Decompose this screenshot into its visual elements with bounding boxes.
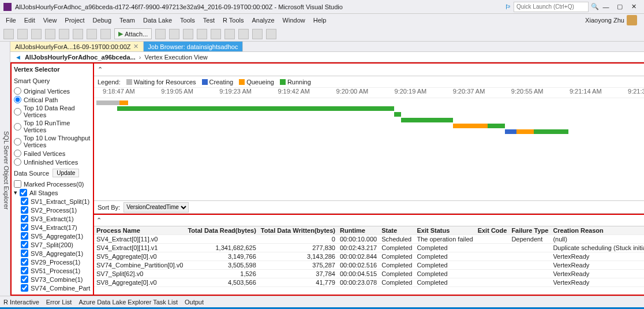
undo-button[interactable] (87, 29, 97, 39)
tool-e[interactable] (211, 29, 221, 39)
stage-checkbox[interactable] (21, 258, 28, 266)
menu-rtools[interactable]: R Tools (219, 16, 247, 25)
marked-processes[interactable]: Marked Processes(0) (14, 180, 91, 188)
stage-checkbox[interactable] (21, 250, 28, 257)
redo-button[interactable] (100, 29, 111, 39)
gantt-bar[interactable] (119, 100, 128, 105)
grid[interactable]: Process NameTotal Data Read(bytes)Total … (94, 226, 644, 295)
collapse-icon[interactable]: ⌃ (96, 217, 102, 224)
column-header[interactable]: Total Data Written(bytes) (259, 226, 338, 235)
query-radio[interactable]: Unfinished Vertices (14, 158, 91, 166)
stage-item[interactable]: SV2_Process(1) (21, 206, 91, 214)
table-row[interactable]: SV8_Aggregate[0].v04,503,56641,77900:00:… (94, 278, 644, 287)
menu-file[interactable]: File (2, 16, 20, 25)
gantt-bar[interactable] (488, 124, 505, 128)
collapse-icon[interactable]: ▾ (14, 189, 17, 196)
gantt-bar[interactable] (394, 112, 401, 117)
menu-view[interactable]: View (40, 16, 61, 25)
gantt-bar[interactable] (401, 118, 453, 122)
table-row[interactable]: SV74_Combine_Partition[0].v03,505,598375… (94, 261, 644, 270)
gantt-bar[interactable] (117, 106, 394, 111)
menu-test[interactable]: Test (200, 16, 218, 25)
tool-h[interactable] (252, 29, 263, 39)
tool-f[interactable] (224, 29, 235, 39)
gantt-bar[interactable] (534, 129, 568, 134)
radio-input[interactable] (14, 87, 21, 95)
close-icon[interactable]: ✕ (133, 43, 138, 50)
table-row[interactable]: SV4_Extract[0][11].v0000:00:10.000Schedu… (94, 235, 644, 244)
menu-help[interactable]: Help (310, 16, 330, 25)
query-radio[interactable]: Original Vertices (14, 87, 91, 95)
tool-i[interactable] (266, 29, 276, 39)
gantt-bar[interactable] (505, 129, 516, 134)
menu-datalake[interactable]: Data Lake (140, 16, 175, 25)
stage-item[interactable]: SV29_Process(1) (21, 258, 91, 266)
column-header[interactable]: Failure Type (509, 226, 551, 235)
stage-checkbox[interactable] (21, 224, 28, 231)
bt-adl-tasklist[interactable]: Azure Data Lake Explorer Task List (78, 299, 178, 306)
minimize-button[interactable]: — (599, 3, 613, 10)
tool-d[interactable] (197, 29, 207, 39)
all-stages[interactable]: ▾ All Stages (14, 188, 91, 197)
stage-checkbox[interactable] (21, 198, 28, 205)
radio-input[interactable] (14, 158, 21, 166)
query-radio[interactable]: Top 10 Data Read Vertices (14, 104, 91, 119)
nav-back-button[interactable] (3, 29, 14, 39)
close-button[interactable]: ✕ (627, 3, 641, 10)
query-radio[interactable]: Critical Path (14, 95, 91, 104)
menu-edit[interactable]: Edit (21, 16, 39, 25)
sortby-select[interactable]: VersionCreatedTime (123, 202, 189, 213)
radio-input[interactable] (14, 138, 21, 146)
menu-analyze[interactable]: Analyze (248, 16, 278, 25)
column-header[interactable]: Process Name (94, 226, 185, 235)
menu-debug[interactable]: Debug (89, 16, 115, 25)
menu-project[interactable]: Project (61, 16, 88, 25)
open-button[interactable] (45, 29, 55, 39)
stage-checkbox[interactable] (21, 215, 28, 222)
radio-input[interactable] (14, 108, 21, 116)
tool-g[interactable] (238, 29, 249, 39)
nav-fwd-button[interactable] (17, 29, 28, 39)
search-icon[interactable]: 🔍 (591, 3, 599, 10)
stage-checkbox[interactable] (21, 267, 28, 274)
table-row[interactable]: SV4_Extract[0][11].v11,341,682,625277,83… (94, 244, 644, 252)
bt-errorlist[interactable]: Error List (46, 299, 72, 306)
notification-icon[interactable]: 🏳 (505, 3, 511, 10)
back-icon[interactable]: ◄ (15, 54, 21, 61)
rail-sql-explorer[interactable]: SQL Server Object Explorer (3, 129, 10, 212)
menu-team[interactable]: Team (116, 16, 138, 25)
marked-checkbox[interactable] (14, 180, 21, 188)
stage-checkbox[interactable] (21, 232, 28, 240)
tool-a[interactable] (155, 29, 166, 39)
menu-window[interactable]: Window (279, 16, 309, 25)
tool-b[interactable] (169, 29, 179, 39)
stage-item[interactable]: SV8_Aggregate(1) (21, 249, 91, 258)
bt-rinteractive[interactable]: R Interactive (3, 299, 39, 306)
radio-input[interactable] (14, 150, 21, 157)
saveall-button[interactable] (73, 29, 83, 39)
gantt-bar[interactable] (453, 124, 488, 128)
column-header[interactable]: State (379, 226, 414, 235)
column-header[interactable]: Total Data Read(bytes) (185, 226, 258, 235)
query-radio[interactable]: Failed Vertices (14, 149, 91, 158)
query-radio[interactable]: Top 10 Low Throughput Vertices (14, 134, 91, 149)
stage-checkbox[interactable] (21, 241, 28, 248)
update-button[interactable]: Update (53, 169, 79, 177)
column-header[interactable]: Runtime (338, 226, 379, 235)
breadcrumb-job[interactable]: AllJobsHourlyForAdhoc_a96bceda... (25, 54, 136, 61)
stage-item[interactable]: SV1_Extract_Split(1) (21, 197, 91, 206)
stage-item[interactable]: SV51_Process(1) (21, 266, 91, 275)
stage-item[interactable]: SV4_Extract(17) (21, 223, 91, 232)
table-row[interactable]: SV7_Split[62].v01,52637,78400:00:04.515C… (94, 270, 644, 278)
gantt-bar[interactable] (516, 129, 534, 134)
table-row[interactable]: SV5_Aggregate[0].v03,149,7663,143,28600:… (94, 252, 644, 261)
new-button[interactable] (31, 29, 42, 39)
stage-checkbox[interactable] (21, 206, 28, 214)
stage-item[interactable]: SV3_Extract(1) (21, 214, 91, 223)
radio-input[interactable] (14, 96, 21, 103)
collapse-icon[interactable]: ⌃ (98, 66, 103, 73)
stage-checkbox[interactable] (21, 276, 28, 283)
radio-input[interactable] (14, 123, 21, 131)
menu-tools[interactable]: Tools (177, 16, 199, 25)
gantt-body[interactable] (94, 98, 644, 167)
